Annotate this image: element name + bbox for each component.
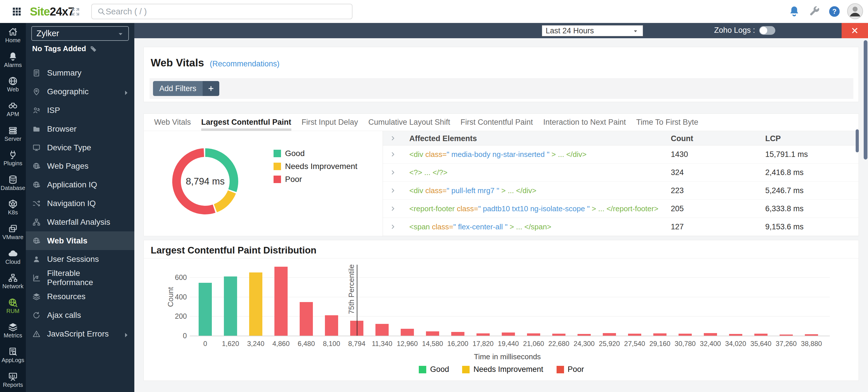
sidebar-item-resources[interactable]: Resources [26, 287, 134, 306]
main-content: Web Vitals (Recommendations) Add Filters… [134, 38, 868, 392]
add-filters-button[interactable]: Add Filters [153, 81, 219, 96]
sidebar-item-javascript-errors[interactable]: JavaScript Errors [26, 325, 134, 343]
network-icon [8, 273, 18, 283]
affected-element-row[interactable]: <report-footer class=" padtb10 txt10 ng-… [383, 200, 859, 218]
chevron-right-icon[interactable] [390, 224, 396, 230]
app-grid-icon[interactable] [11, 6, 22, 17]
rail-item-vmware[interactable]: VMware [0, 220, 26, 245]
rail-item-cloud[interactable]: Cloud [0, 244, 26, 269]
bar-27,540 [628, 334, 641, 336]
user-avatar[interactable] [847, 3, 863, 20]
sidebar-item-device-type[interactable]: Device Type [26, 138, 134, 157]
rail-item-metrics[interactable]: Metrics [0, 318, 26, 343]
affected-element-row[interactable]: <span class=" flex-center-all " > ... </… [383, 218, 859, 236]
k8s-icon [8, 199, 18, 209]
chevron-right-icon[interactable] [390, 135, 396, 141]
bar-32,400 [704, 333, 717, 336]
donut-legend-item: Poor [274, 175, 358, 184]
chart-legend-item: Good [419, 365, 449, 374]
globe-icon [8, 76, 18, 86]
rail-item-applogs[interactable]: AppLogs [0, 343, 26, 368]
search-input[interactable] [105, 7, 347, 17]
chevron-right-icon[interactable] [390, 187, 396, 194]
tab-interaction-to-next-paint[interactable]: Interaction to Next Paint [543, 114, 626, 131]
sidebar-item-application-iq[interactable]: Application IQ [26, 176, 134, 194]
sidebar-item-isp[interactable]: ISP [26, 101, 134, 120]
help-icon[interactable]: ? [828, 5, 841, 18]
sidebar-item-user-sessions[interactable]: User Sessions [26, 250, 134, 269]
folder-icon [32, 125, 41, 133]
rail-item-server[interactable]: Server [0, 121, 26, 146]
affected-element-row[interactable]: <?> ... </?>3242,416.8 ms [383, 164, 859, 181]
sidebar-item-web-vitals[interactable]: Web Vitals [26, 231, 134, 250]
sidebar-item-web-pages[interactable]: Web Pages [26, 157, 134, 176]
rail-item-home[interactable]: Home [0, 23, 26, 48]
tab-largest-contentful-paint[interactable]: Largest Contentful Paint [201, 114, 291, 131]
zoho-logs-toggle[interactable] [759, 26, 775, 35]
element-count: 324 [671, 168, 684, 177]
tab-cumulative-layout-shift[interactable]: Cumulative Layout Shift [368, 114, 450, 131]
rail-item-reports[interactable]: Reports [0, 367, 26, 392]
bar-29,160 [653, 333, 666, 336]
rail-item-web[interactable]: Web [0, 72, 26, 97]
y-tick: 0 [167, 332, 187, 340]
bar-17,820 [476, 333, 490, 336]
element-lcp: 5,246.7 ms [765, 186, 804, 195]
sidebar-item-browser[interactable]: Browser [26, 119, 134, 138]
y-axis-label: Count [166, 287, 175, 307]
sidebar-item-waterfall-analysis[interactable]: Waterfall Analysis [26, 213, 134, 231]
element-count: 223 [671, 186, 684, 195]
sidebar-item-summary[interactable]: Summary [26, 64, 134, 82]
time-range-select[interactable]: Last 24 Hours [542, 25, 643, 36]
tab-first-contentful-paint[interactable]: First Contentful Paint [460, 114, 533, 131]
expand-icon[interactable] [71, 7, 81, 17]
caret-down-icon [632, 27, 639, 34]
legend-swatch [462, 366, 470, 373]
rail-item-rum[interactable]: RUM [0, 294, 26, 318]
sidebar-item-navigation-iq[interactable]: Navigation IQ [26, 194, 134, 213]
rail-item-k8s[interactable]: K8s [0, 195, 26, 220]
notifications-bell-icon[interactable] [788, 5, 801, 18]
server-icon [8, 125, 18, 136]
affected-element-row[interactable]: <div class=" pull-left mrg7 " > ... </di… [383, 181, 859, 200]
chart-legend: GoodNeeds ImprovementPoor [144, 365, 859, 374]
tags-row[interactable]: No Tags Added [32, 44, 98, 53]
sidebar-item-filterable-performance[interactable]: Filterable Performance [26, 269, 134, 287]
tab-first-input-delay[interactable]: First Input Delay [302, 114, 358, 131]
rail-item-plugins[interactable]: Plugins [0, 146, 26, 171]
rail-item-alarms[interactable]: Alarms [0, 48, 26, 73]
rail-item-database[interactable]: SQLDatabase [0, 171, 26, 195]
bar-14,580 [426, 331, 439, 336]
tab-time-to-first-byte[interactable]: Time To First Byte [637, 114, 699, 131]
rum-icon [8, 298, 18, 308]
pin-icon [32, 87, 41, 96]
reports-icon [8, 371, 18, 382]
rail-item-network[interactable]: Network [0, 269, 26, 294]
bar-34,020 [729, 334, 742, 336]
rail-item-apm[interactable]: APM [0, 97, 26, 121]
lcp-distribution-card: Largest Contentful Paint Distribution 02… [144, 240, 859, 381]
bar-24,300 [578, 334, 591, 336]
x-axis-label: Time in milliseconds [474, 352, 541, 361]
sidebar-item-geographic[interactable]: Geographic [26, 82, 134, 101]
affected-element-row[interactable]: <div class=" media-body ng-star-inserted… [383, 145, 859, 164]
legend-swatch [274, 150, 281, 157]
monitor-select[interactable]: Zylker [31, 26, 129, 41]
chart-icon [32, 274, 41, 282]
top-bar: Site24x7 ? [0, 0, 868, 23]
vmware-icon [8, 224, 18, 234]
chevron-right-icon[interactable] [390, 151, 396, 158]
x-tick: 38,880 [796, 340, 827, 348]
svg-text:SQL: SQL [10, 178, 16, 181]
page-scrollbar-thumb[interactable] [864, 40, 867, 160]
admin-wrench-icon[interactable] [808, 5, 820, 18]
recommendations-link[interactable]: (Recommendations) [210, 59, 280, 68]
search-box[interactable] [91, 4, 352, 19]
chevron-right-icon[interactable] [390, 205, 396, 212]
tab-web-vitals[interactable]: Web Vitals [154, 114, 191, 131]
table-scrollbar-thumb[interactable] [856, 129, 859, 152]
user-icon [32, 255, 41, 263]
sidebar-item-ajax-calls[interactable]: Ajax calls [26, 306, 134, 325]
chevron-right-icon[interactable] [390, 169, 396, 176]
close-button[interactable]: ✕ [842, 23, 868, 38]
